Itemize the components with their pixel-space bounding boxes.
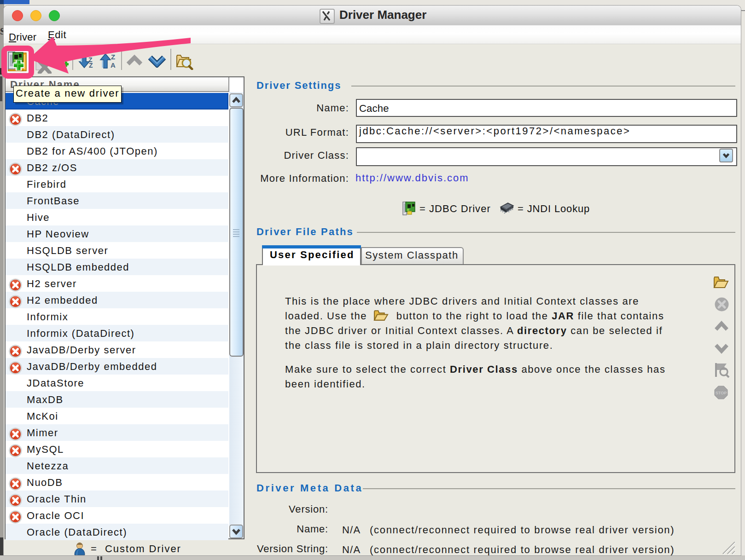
svg-text:STOP: STOP: [716, 391, 727, 395]
